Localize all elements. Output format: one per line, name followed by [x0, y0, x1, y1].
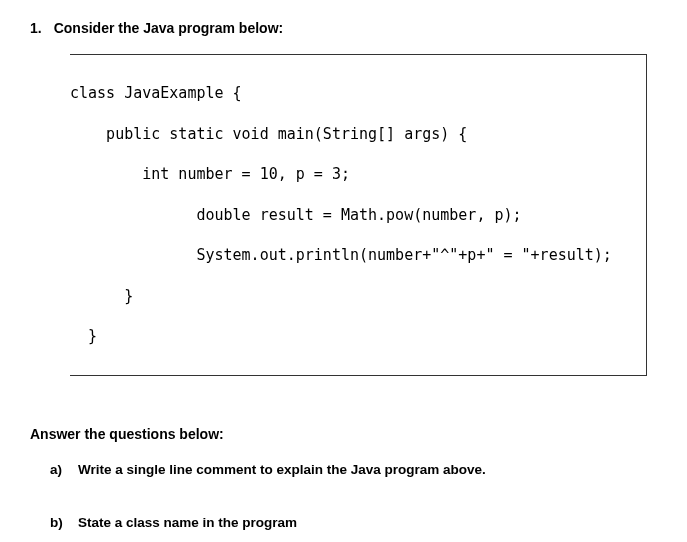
- sub-question-a: a) Write a single line comment to explai…: [50, 462, 657, 477]
- code-line-6: }: [70, 286, 636, 306]
- sub-heading: Answer the questions below:: [30, 426, 657, 442]
- code-line-5: System.out.println(number+"^"+p+" = "+re…: [70, 245, 636, 265]
- sub-question-b: b) State a class name in the program: [50, 515, 657, 530]
- code-line-7: }: [70, 326, 636, 346]
- code-line-2: public static void main(String[] args) {: [70, 124, 636, 144]
- sub-letter: b): [50, 515, 68, 530]
- question-header: 1. Consider the Java program below:: [30, 20, 657, 36]
- sub-text: Write a single line comment to explain t…: [78, 462, 486, 477]
- question-number: 1.: [30, 20, 42, 36]
- code-line-3: int number = 10, p = 3;: [70, 164, 636, 184]
- code-line-4: double result = Math.pow(number, p);: [70, 205, 636, 225]
- sub-text: State a class name in the program: [78, 515, 297, 530]
- sub-letter: a): [50, 462, 68, 477]
- code-block: class JavaExample { public static void m…: [70, 54, 647, 376]
- question-title: Consider the Java program below:: [54, 20, 284, 36]
- code-line-1: class JavaExample {: [70, 83, 636, 103]
